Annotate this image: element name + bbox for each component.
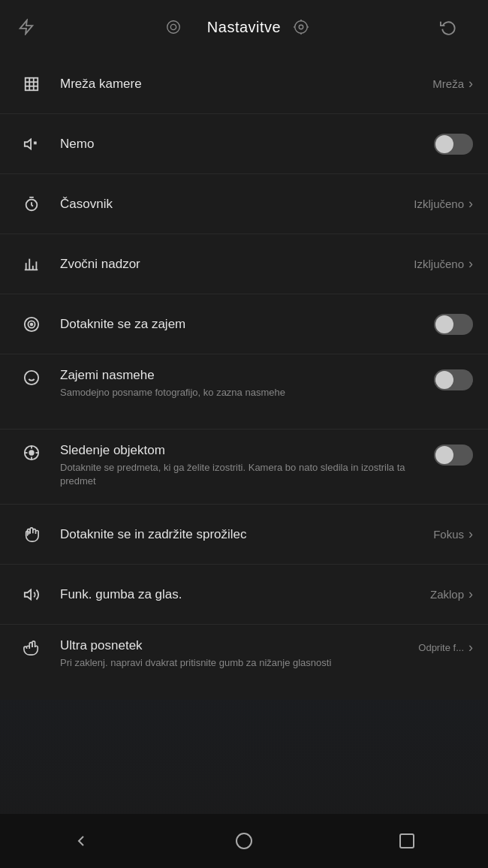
settings-list: Mreža kamere Mreža › Nemo [0,54,488,700]
zajemi-nasmehe-right [434,368,473,390]
sledenje-objektom-label: Sledenje objektom [60,443,426,458]
lens-icon[interactable] [165,19,195,35]
sledenje-objektom-right [434,443,473,466]
volume-btn-icon [15,586,48,603]
zajemi-nasmehe-toggle[interactable] [434,369,473,390]
settings-item-mreza-kamere[interactable]: Mreža kamere Mreža › [0,54,488,114]
bottom-nav [0,814,488,868]
dotaknite-zadrzite-value: Fokus [433,528,464,541]
settings-item-funk-gumba[interactable]: Funk. gumba za glas. Zaklop › [0,565,488,625]
hand-gesture-icon [15,638,48,656]
nemo-toggle[interactable] [434,134,473,155]
dotaknite-zajem-label: Dotaknite se za zajem [60,317,426,332]
rotate-icon[interactable] [440,19,470,35]
recent-button[interactable] [377,823,437,859]
svg-point-27 [25,371,38,384]
mode-icon[interactable] [293,19,323,35]
casovnik-value: Izključeno [414,197,464,210]
target-icon [15,316,48,333]
settings-item-zvocni-nadzor[interactable]: Zvočni nadzor Izključeno › [0,234,488,294]
ultra-posnetek-chevron: › [468,640,473,656]
svg-point-26 [31,323,33,325]
funk-gumba-right: Zaklop › [430,586,473,602]
mreza-kamere-right: Mreža › [432,76,473,92]
funk-gumba-label: Funk. gumba za glas. [60,587,423,602]
dotaknite-zadrzite-chevron: › [468,526,473,542]
bar-chart-icon [15,256,48,273]
settings-item-casovnik[interactable]: Časovnik Izključeno › [0,174,488,234]
svg-marker-0 [20,20,33,34]
svg-point-4 [299,25,303,29]
svg-rect-38 [400,834,414,848]
funk-gumba-chevron: › [468,586,473,602]
svg-marker-14 [25,139,31,149]
dotaknite-zadrzite-right: Fokus › [433,526,473,542]
nemo-right [434,134,473,155]
mreza-kamere-label: Mreža kamere [60,77,425,92]
svg-point-2 [170,24,176,29]
zajemi-nasmehe-sublabel: Samodejno posname fotografijo, ko zazna … [60,386,426,399]
ultra-posnetek-right: Odprite f... › [418,638,473,656]
ultra-posnetek-label: Ultra posnetek [60,638,411,653]
svg-rect-9 [26,77,38,90]
flash-icon[interactable] [18,19,48,35]
settings-item-ultra-posnetek[interactable]: Ultra posnetek Pri zaklenj. napravi dvak… [0,625,488,700]
grid-icon [15,76,48,92]
zajemi-nasmehe-label: Zajemi nasmehe [60,368,426,383]
volume-icon [15,136,48,152]
casovnik-label: Časovnik [60,197,406,212]
settings-item-nemo[interactable]: Nemo [0,114,488,174]
funk-gumba-value: Zaklop [430,588,464,601]
settings-item-sledenje-objektom[interactable]: Sledenje objektom Dotaknite se predmeta,… [0,429,488,505]
ultra-posnetek-sublabel: Pri zaklenj. napravi dvakrat pritisnite … [60,656,411,670]
settings-item-dotaknite-zajem[interactable]: Dotaknite se za zajem [0,294,488,354]
zvocni-nadzor-label: Zvočni nadzor [60,257,406,272]
dotaknite-zadrzite-label: Dotaknite se in zadržite sprožilec [60,527,426,542]
svg-marker-36 [25,589,31,599]
back-button[interactable] [51,823,111,859]
hand-icon [15,526,48,543]
zvocni-nadzor-chevron: › [468,256,473,272]
svg-point-3 [295,21,308,34]
app-header: Nastavitve [0,0,488,54]
sledenje-objektom-sublabel: Dotaknite se predmeta, ki ga želite izos… [60,461,426,488]
dotaknite-zajem-right [434,314,473,335]
svg-point-37 [236,833,252,848]
mreza-kamere-value: Mreža [432,77,464,90]
home-button[interactable] [214,823,274,859]
svg-point-1 [167,21,180,34]
svg-point-31 [29,451,34,455]
ultra-posnetek-value: Odprite f... [418,642,464,653]
settings-item-zajemi-nasmehe[interactable]: Zajemi nasmehe Samodejno posname fotogra… [0,354,488,429]
zvocni-nadzor-value: Izključeno [414,258,464,270]
zvocni-nadzor-right: Izključeno › [414,256,473,272]
nemo-label: Nemo [60,137,426,152]
sledenje-objektom-toggle[interactable] [434,445,473,466]
tracking-icon [15,443,48,461]
dotaknite-zajem-toggle[interactable] [434,314,473,335]
mreza-kamere-chevron: › [468,76,473,92]
casovnik-chevron: › [468,196,473,212]
page-title: Nastavitve [207,19,281,36]
settings-item-dotaknite-zadrzite[interactable]: Dotaknite se in zadržite sprožilec Fokus… [0,505,488,565]
smile-icon [15,368,48,386]
casovnik-right: Izključeno › [414,196,473,212]
timer-icon [15,196,48,212]
